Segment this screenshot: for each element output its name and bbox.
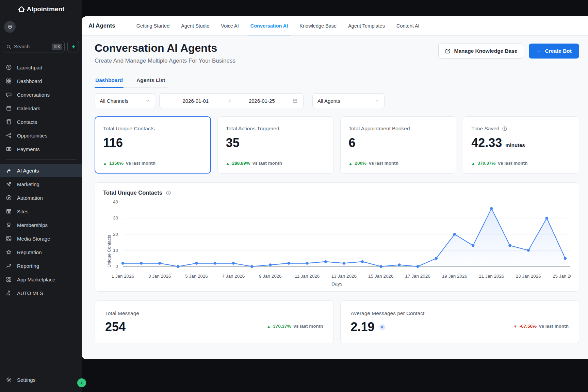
tab-knowledge-base[interactable]: Knowledge Base xyxy=(299,16,337,35)
chart-title: Total Unique Contacts xyxy=(103,190,162,196)
tab-agent-studio[interactable]: Agent Studio xyxy=(181,16,209,35)
sidebar-item-label: Reporting xyxy=(17,263,39,269)
delta-suffix: vs last month xyxy=(369,161,398,166)
contacts-icon xyxy=(6,119,12,125)
search-input[interactable]: Search ⌘K xyxy=(3,41,65,52)
external-link-icon xyxy=(445,48,451,54)
sidebar-item-marketing[interactable]: Marketing xyxy=(0,177,82,191)
avatar[interactable] xyxy=(4,21,16,33)
page-title: Conversation AI Agents xyxy=(95,42,235,54)
stat-card-time-saved[interactable]: Time Saved42.33minutes▲370.37%vs last mo… xyxy=(463,116,579,174)
sidebar-item-media-storage[interactable]: Media Storage xyxy=(0,232,82,245)
date-end-value: 2026-01-25 xyxy=(231,98,293,104)
metric-value: 2.19 xyxy=(351,320,375,334)
tab-content-ai[interactable]: Content AI xyxy=(396,16,420,35)
tab-getting-started[interactable]: Getting Started xyxy=(136,16,170,35)
stat-card-total-actions-triggered[interactable]: Total Actions Triggered35▲288.89%vs last… xyxy=(217,116,334,174)
svg-text:19 Jan 2026: 19 Jan 2026 xyxy=(442,274,467,279)
memberships-icon xyxy=(6,222,12,228)
metric-label: Total Message xyxy=(105,310,139,316)
sidebar-item-automation[interactable]: Automation xyxy=(0,191,82,205)
trend-down-icon: ▼ xyxy=(513,324,517,328)
dashboard-icon xyxy=(6,78,12,84)
trend-up-icon: ▲ xyxy=(226,161,230,165)
reporting-icon xyxy=(6,263,12,269)
view-tab-dashboard[interactable]: Dashboard xyxy=(95,75,124,87)
sidebar-item-auto-mls[interactable]: AUTO MLS xyxy=(0,286,82,300)
stat-card-total-appointment-booked[interactable]: Total Appointment Booked6▲200%vs last mo… xyxy=(340,116,457,174)
view-tab-agents-list[interactable]: Agents List xyxy=(136,75,166,87)
sidebar-item-dashboard[interactable]: Dashboard xyxy=(0,74,82,88)
launchpad-icon xyxy=(6,64,12,71)
search-shortcut-badge: ⌘K xyxy=(52,44,62,50)
sidebar-item-reputation[interactable]: Reputation xyxy=(0,245,82,259)
delta-value: -67.56% xyxy=(520,324,537,329)
sidebar-item-label: Payments xyxy=(17,146,40,152)
create-bot-button[interactable]: Create Bot xyxy=(529,44,579,59)
svg-text:10: 10 xyxy=(113,248,118,253)
payments-icon xyxy=(6,146,12,152)
sidebar-item-contacts[interactable]: Contacts xyxy=(0,115,82,129)
svg-text:25 Jan 2026: 25 Jan 2026 xyxy=(553,274,571,279)
app-logo: AIpointment xyxy=(0,0,82,14)
sidebar-item-label: Memberships xyxy=(17,222,48,228)
house-icon xyxy=(17,5,26,13)
date-range-picker[interactable]: 2026-01-01 2026-01-25 xyxy=(159,93,304,108)
auto-mls-icon xyxy=(6,290,12,296)
metric-value: 254 xyxy=(105,320,139,334)
location-pin-icon xyxy=(7,24,13,30)
delta-suffix: vs last month xyxy=(498,161,527,166)
plus-icon xyxy=(536,48,542,54)
sidebar-item-label: Opportunities xyxy=(17,133,47,138)
agent-filter-select[interactable]: All Agents xyxy=(312,93,385,108)
sidebar-divider xyxy=(6,160,76,160)
opportunities-icon xyxy=(6,132,12,139)
chevron-down-icon xyxy=(145,98,150,103)
sidebar-settings-label: Settings xyxy=(17,377,35,383)
reputation-icon xyxy=(6,249,12,256)
manage-knowledge-base-button[interactable]: Manage Knowledge Base xyxy=(438,44,524,59)
svg-text:30: 30 xyxy=(113,216,118,221)
sidebar-item-memberships[interactable]: Memberships xyxy=(0,218,82,232)
app-logo-text: AIpointment xyxy=(27,5,65,13)
sidebar-item-payments[interactable]: Payments xyxy=(0,142,82,156)
sidebar-item-reporting[interactable]: Reporting xyxy=(0,259,82,273)
svg-text:17 Jan 2026: 17 Jan 2026 xyxy=(405,274,430,279)
trend-up-icon: ▲ xyxy=(103,161,107,165)
sidebar-item-conversations[interactable]: Conversations xyxy=(0,88,82,101)
sidebar-item-label: Launchpad xyxy=(17,65,42,70)
stat-label: Total Actions Triggered xyxy=(226,126,279,132)
tab-conversation-ai[interactable]: Conversation AI xyxy=(250,16,288,35)
delta-suffix: vs last month xyxy=(252,161,282,166)
sidebar-collapse-button[interactable] xyxy=(77,378,86,387)
sidebar-item-label: AI Agents xyxy=(17,168,39,174)
sidebar-item-label: Sites xyxy=(17,209,28,214)
info-icon[interactable] xyxy=(166,190,171,196)
svg-text:1 Jan 2026: 1 Jan 2026 xyxy=(112,274,134,279)
svg-text:3 Jan 2026: 3 Jan 2026 xyxy=(148,274,171,279)
value-info-badge[interactable] xyxy=(379,324,385,330)
quick-actions-button[interactable] xyxy=(67,41,79,52)
sidebar-item-sites[interactable]: Sites xyxy=(0,205,82,218)
sidebar-item-label: Contacts xyxy=(17,119,37,125)
channel-filter-select[interactable]: All Channels xyxy=(95,93,155,108)
sidebar-item-opportunities[interactable]: Opportunities xyxy=(0,129,82,142)
svg-text:13 Jan 2026: 13 Jan 2026 xyxy=(331,274,357,279)
stat-value: 42.33 xyxy=(471,136,502,150)
delta-value: 370.37% xyxy=(273,324,291,329)
sidebar-item-settings[interactable]: Settings xyxy=(0,373,82,387)
stat-value: 116 xyxy=(103,136,123,150)
marketing-icon xyxy=(6,181,12,187)
stat-card-total-unique-contacts[interactable]: Total Unique Contacts116▲1350%vs last mo… xyxy=(95,116,211,174)
sidebar-item-calendars[interactable]: Calendars xyxy=(0,101,82,115)
calendar-icon xyxy=(292,98,298,103)
chevron-left-icon xyxy=(79,380,84,385)
tab-agent-templates[interactable]: Agent Templates xyxy=(348,16,385,35)
sidebar-item-app-marketplace[interactable]: App Marketplace xyxy=(0,273,82,286)
filters-row: All Channels 2026-01-01 2026-01-25 All A… xyxy=(95,93,579,108)
info-icon[interactable] xyxy=(502,126,507,131)
tab-voice-ai[interactable]: Voice AI xyxy=(221,16,239,35)
svg-text:5 Jan 2026: 5 Jan 2026 xyxy=(185,274,208,279)
sidebar-item-launchpad[interactable]: Launchpad xyxy=(0,61,82,74)
sidebar-item-ai-agents[interactable]: AI Agents xyxy=(0,164,82,177)
